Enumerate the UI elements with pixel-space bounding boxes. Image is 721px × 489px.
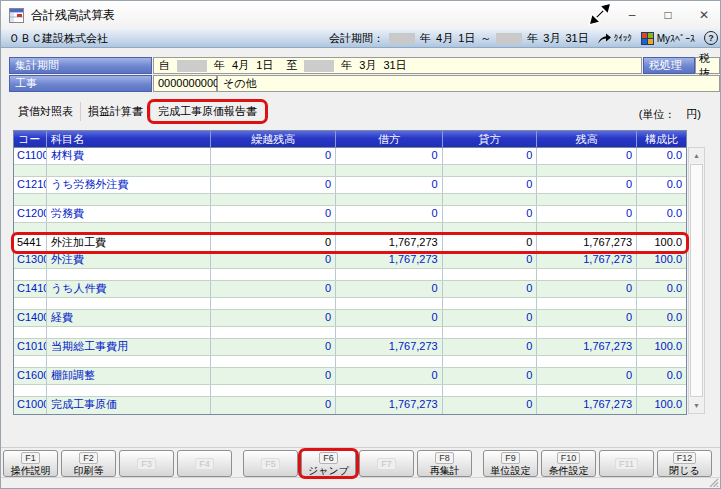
from-month: 4月 [232, 58, 249, 73]
value-cell: 0 [443, 281, 538, 297]
report-tabs: 貸借対照表 損益計算書 完成工事原価報告書 [11, 102, 264, 120]
value-cell: 0 [443, 339, 538, 355]
code-cell [14, 165, 47, 176]
project-code-field[interactable]: 00000000000 [153, 75, 217, 92]
tab-balance-sheet[interactable]: 貸借対照表 [11, 102, 81, 121]
cost-report-table: コード科目名繰越残高借方貸方残高構成比 C1100材料費00000.0C1210… [13, 130, 687, 415]
code-cell [14, 385, 47, 396]
value-cell [443, 298, 538, 309]
summary-period-label: 集計期間 [9, 57, 152, 74]
function-key-cap: F5 [261, 458, 280, 470]
function-key-cap: F12 [673, 452, 697, 464]
table-header: コード科目名繰越残高借方貸方残高構成比 [14, 131, 686, 148]
value-cell: 0 [537, 148, 637, 164]
table-row[interactable]: C1100材料費00000.0 [14, 148, 686, 165]
myspace-label: Myｽﾍﾟｰｽ [657, 33, 695, 44]
code-cell: C1210 [14, 177, 47, 193]
table-row[interactable]: C1000完成工事原価01,767,27301,767,273100.0 [14, 397, 686, 414]
resize-grip[interactable] [709, 478, 719, 487]
code-cell: C1000 [14, 397, 47, 414]
table-row[interactable]: C1300外注費01,767,27301,767,273100.0 [14, 252, 686, 269]
help-icon[interactable]: ? [704, 31, 718, 45]
close-button[interactable]: ✕ [686, 1, 721, 29]
table-row[interactable]: C1200労務費00000.0 [14, 206, 686, 223]
value-cell [336, 269, 443, 280]
function-key-cap: F8 [435, 452, 454, 464]
code-cell: C1600 [14, 368, 47, 384]
to-day: 31日 [565, 31, 588, 46]
function-key-label: ジャンプ [308, 465, 349, 476]
function-key-f10[interactable]: F10条件設定 [541, 450, 596, 477]
function-key-label: 操作説明 [11, 465, 51, 476]
tab-completed-cost-report[interactable]: 完成工事原価報告書 [151, 102, 264, 121]
value-cell: 0 [443, 310, 538, 326]
quick-button[interactable]: ｸｲｯｸ [598, 33, 632, 44]
scrollbar-thumb[interactable] [690, 164, 703, 397]
code-cell [14, 356, 47, 367]
code-cell: C1100 [14, 148, 47, 164]
value-cell: 100.0 [637, 397, 686, 414]
value-cell [443, 356, 538, 367]
name-cell: 当期総工事費用 [47, 339, 212, 355]
function-key-f9[interactable]: F9単位設定 [483, 450, 538, 477]
tax-label: 税処理 [643, 57, 695, 74]
name-cell [47, 298, 212, 309]
value-cell: 0.0 [637, 177, 686, 193]
scroll-down-icon[interactable]: ▼ [689, 398, 704, 413]
table-row[interactable]: C1010当期総工事費用01,767,27301,767,273100.0 [14, 339, 686, 356]
code-cell: C1200 [14, 206, 47, 222]
function-key-f2[interactable]: F2印刷等 [61, 450, 116, 477]
function-key-label: 印刷等 [74, 465, 104, 476]
name-cell: 外注加工費 [47, 235, 212, 251]
function-key-f7: F7 [359, 450, 414, 477]
value-cell [336, 298, 443, 309]
scroll-up-icon[interactable]: ▲ [689, 148, 704, 163]
code-cell [14, 298, 47, 309]
maximize-button[interactable]: □ [650, 1, 686, 29]
status-bar [1, 477, 721, 488]
value-cell: 0 [537, 281, 637, 297]
function-key-f1[interactable]: F1操作説明 [3, 450, 58, 477]
value-cell: 0 [211, 339, 336, 355]
value-cell: 1,767,273 [336, 252, 443, 268]
table-spacer-row [14, 356, 686, 368]
minimize-button[interactable]: – [614, 1, 650, 29]
table-spacer-row [14, 327, 686, 339]
value-cell [443, 385, 538, 396]
table-row[interactable]: C1600棚卸調整00000.0 [14, 368, 686, 385]
table-row[interactable]: C1400経費00000.0 [14, 310, 686, 327]
value-cell: 0 [211, 235, 336, 251]
tilde: ～ [480, 31, 491, 46]
vertical-scrollbar[interactable]: ▲ ▼ [688, 147, 705, 414]
value-cell: 1,767,273 [336, 235, 443, 251]
function-key-f12[interactable]: F12閉じる [657, 450, 712, 477]
value-cell: 0 [211, 148, 336, 164]
myspace-button[interactable]: Myｽﾍﾟｰｽ [641, 32, 695, 45]
value-cell [537, 269, 637, 280]
value-cell: 1,767,273 [537, 397, 637, 414]
summary-period-field[interactable]: 自 年 4月 1日 至 年 3月 31日 [153, 57, 642, 74]
from-day: 1日 [256, 58, 273, 73]
name-cell [47, 194, 212, 205]
value-cell [443, 269, 538, 280]
year-unit: 年 [527, 31, 538, 46]
function-key-f6[interactable]: F6ジャンプ [301, 450, 356, 477]
resize-cursor-icon [587, 1, 613, 27]
table-row[interactable]: 5441外注加工費01,767,27301,767,273100.0 [14, 235, 686, 252]
code-cell: 5441 [14, 235, 47, 251]
function-key-f8[interactable]: F8再集計 [417, 450, 472, 477]
code-cell [14, 223, 47, 234]
value-cell: 0 [443, 206, 538, 222]
company-bar: ＯＢＣ建設株式会社 会計期間： 年 4月 1日 ～ 年 3月 31日 ｸｲｯｸ [1, 29, 721, 48]
redacted-year-box [177, 60, 207, 72]
table-row[interactable]: C1210うち労務外注費00000.0 [14, 177, 686, 194]
table-row[interactable]: C1410うち人件費00000.0 [14, 281, 686, 298]
code-cell: C1400 [14, 310, 47, 326]
function-key-cap: F3 [137, 458, 156, 470]
tab-income-statement[interactable]: 損益計算書 [81, 102, 151, 121]
value-cell [537, 298, 637, 309]
name-cell: 経費 [47, 310, 212, 326]
code-cell [14, 269, 47, 280]
value-cell [537, 223, 637, 234]
value-cell: 1,767,273 [336, 397, 443, 414]
